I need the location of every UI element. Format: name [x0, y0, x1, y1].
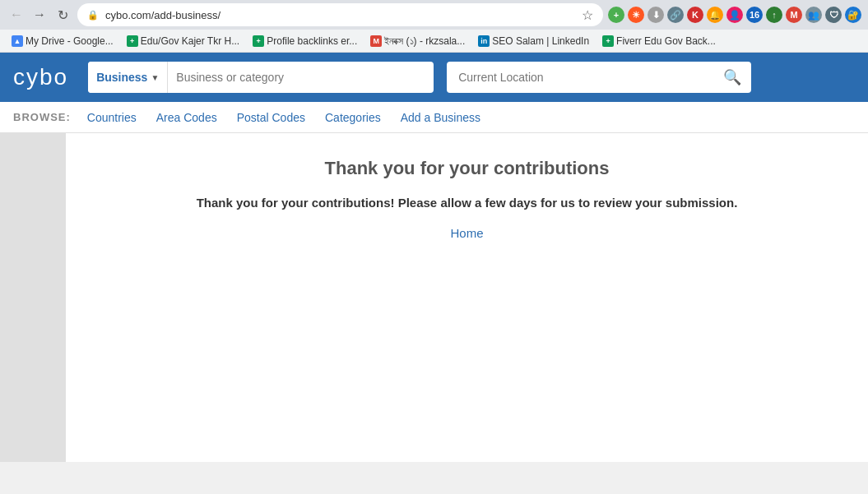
ext-icon-4[interactable]: 🔗: [667, 7, 684, 23]
ext-icon-2[interactable]: ☀: [628, 7, 644, 23]
bookmark-label-2: Edu/Gov Kajer Tkr H...: [141, 35, 240, 47]
browser-toolbar: ← → ↻ 🔒 cybo.com/add-business/ ☆ + ☀ ⬇ 🔗…: [0, 0, 868, 30]
location-search-input[interactable]: [447, 71, 713, 84]
thank-you-heading: Thank you for your contributions: [325, 158, 610, 179]
browser-chrome: ← → ↻ 🔒 cybo.com/add-business/ ☆ + ☀ ⬇ 🔗…: [0, 0, 868, 53]
bookmark-icon-2: +: [127, 35, 138, 47]
ext-icon-8[interactable]: 16: [746, 7, 763, 23]
ext-icon-1[interactable]: +: [608, 7, 624, 23]
browse-add-business-link[interactable]: Add a Business: [392, 108, 489, 127]
reload-button[interactable]: ↻: [53, 5, 72, 25]
bookmark-2[interactable]: + Edu/Gov Kajer Tkr H...: [122, 34, 245, 48]
business-search-box: Business ▼: [88, 62, 434, 93]
location-search-box: 🔍: [447, 62, 751, 93]
bookmarks-bar: ▲ My Drive - Google... + Edu/Gov Kajer T…: [0, 30, 868, 53]
main-content: Thank you for your contributions Thank y…: [66, 133, 868, 462]
forward-button[interactable]: →: [30, 5, 49, 25]
bookmark-4[interactable]: M ইনবক্স (১) - rkzsala...: [365, 34, 470, 48]
search-button[interactable]: 🔍: [713, 62, 751, 93]
browse-countries-link[interactable]: Countries: [79, 108, 145, 127]
website: cybo Business ▼ 🔍 BROWSE: Countries Area…: [0, 53, 868, 462]
extension-icons: + ☀ ⬇ 🔗 K 🔔 👤 16 ↑ M 👥 🛡 🔐: [608, 7, 861, 23]
ext-icon-5[interactable]: K: [687, 7, 703, 23]
browse-label: BROWSE:: [13, 111, 71, 123]
bookmark-icon-6: +: [602, 35, 614, 47]
url-text: cybo.com/add-business/: [105, 9, 575, 21]
ext-icon-11[interactable]: 👥: [805, 7, 822, 23]
bookmark-star-button[interactable]: ☆: [582, 7, 593, 23]
bookmark-icon-3: +: [253, 35, 264, 47]
cybo-logo[interactable]: cybo: [13, 64, 68, 90]
ext-icon-10[interactable]: M: [786, 7, 802, 23]
ext-icon-7[interactable]: 👤: [726, 7, 743, 23]
address-bar[interactable]: 🔒 cybo.com/add-business/ ☆: [77, 3, 603, 26]
search-icon: 🔍: [723, 68, 741, 86]
ext-icon-3[interactable]: ⬇: [648, 7, 664, 23]
bookmark-icon-5: in: [478, 35, 490, 47]
business-dropdown-label: Business: [96, 71, 147, 84]
bookmark-6[interactable]: + Fiverr Edu Gov Back...: [597, 34, 721, 48]
bookmark-label-5: SEO Salam | LinkedIn: [492, 35, 589, 47]
bookmark-icon-1: ▲: [12, 35, 23, 47]
ext-icon-12[interactable]: 🛡: [825, 7, 842, 23]
ext-icon-9[interactable]: ↑: [766, 7, 782, 23]
site-header: cybo Business ▼ 🔍: [0, 53, 868, 102]
sidebar: [0, 133, 66, 462]
nav-buttons: ← → ↻: [7, 5, 72, 25]
bookmark-icon-4: M: [370, 35, 382, 47]
security-icon: 🔒: [87, 10, 99, 21]
business-dropdown[interactable]: Business ▼: [88, 62, 168, 93]
bookmark-label-4: ইনবক্স (১) - rkzsala...: [384, 35, 465, 47]
browse-nav: BROWSE: Countries Area Codes Postal Code…: [0, 102, 868, 133]
back-button[interactable]: ←: [7, 5, 26, 25]
bookmark-5[interactable]: in SEO Salam | LinkedIn: [473, 34, 594, 48]
bookmark-1[interactable]: ▲ My Drive - Google...: [7, 34, 118, 48]
main-layout: Thank you for your contributions Thank y…: [0, 133, 868, 462]
bookmark-label-6: Fiverr Edu Gov Back...: [616, 35, 716, 47]
browse-postal-codes-link[interactable]: Postal Codes: [229, 108, 313, 127]
thank-you-message: Thank you for your contributions! Please…: [197, 196, 738, 210]
ext-icon-13[interactable]: 🔐: [845, 7, 861, 23]
home-link[interactable]: Home: [450, 226, 483, 240]
bookmark-label-1: My Drive - Google...: [26, 35, 114, 47]
bookmark-3[interactable]: + Profile backlinks er...: [248, 34, 362, 48]
browse-area-codes-link[interactable]: Area Codes: [148, 108, 225, 127]
browse-categories-link[interactable]: Categories: [317, 108, 389, 127]
dropdown-arrow-icon: ▼: [151, 73, 159, 82]
ext-icon-6[interactable]: 🔔: [707, 7, 723, 23]
business-search-input[interactable]: [168, 71, 434, 84]
bookmark-label-3: Profile backlinks er...: [267, 35, 357, 47]
